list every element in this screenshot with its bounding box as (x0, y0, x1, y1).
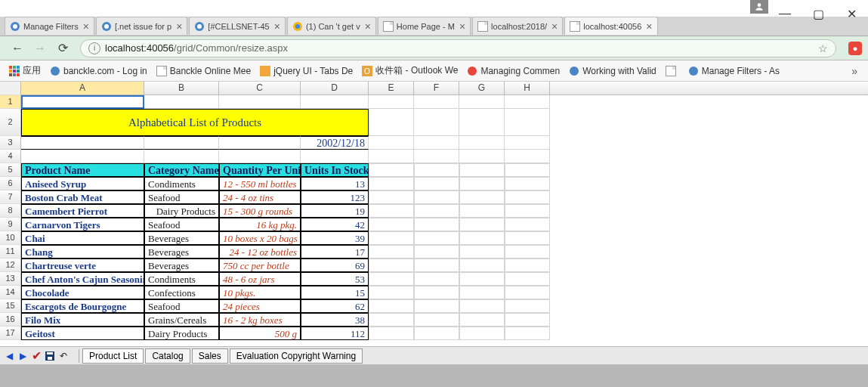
cell[interactable] (414, 163, 459, 177)
close-button[interactable]: ✕ (844, 6, 859, 21)
row-header-8[interactable]: 8 (0, 204, 21, 218)
cell[interactable] (505, 299, 550, 313)
cell[interactable] (301, 95, 369, 109)
cell[interactable] (369, 95, 414, 109)
cell[interactable]: 13 (301, 177, 369, 190)
row-header-14[interactable]: 14 (0, 286, 21, 299)
row-header-13[interactable]: 13 (0, 272, 21, 286)
select-all-corner[interactable] (0, 82, 21, 95)
header-cell[interactable]: Units In Stock (301, 163, 369, 177)
cell[interactable] (369, 177, 414, 190)
cell[interactable] (459, 109, 505, 136)
bookmark-file[interactable] (661, 66, 684, 76)
cell[interactable] (369, 204, 414, 218)
cell[interactable]: 750 cc per bottle (219, 259, 301, 272)
bookmark-manage-filters[interactable]: Manage Filters - As (684, 66, 784, 76)
cell[interactable] (505, 136, 550, 150)
cell[interactable] (414, 313, 459, 327)
cell[interactable]: Chartreuse verte (21, 259, 144, 272)
header-cell[interactable]: Quantity Per Uni (219, 163, 301, 177)
cell[interactable] (414, 109, 459, 136)
cell[interactable]: Seafood (144, 190, 219, 204)
cell[interactable]: Grains/Cereals (144, 313, 219, 327)
cell[interactable]: Dairy Products (144, 204, 219, 218)
cell[interactable]: Chef Anton's Cajun Seasoning (21, 272, 144, 286)
cell[interactable] (505, 95, 550, 109)
col-header-h[interactable]: H (505, 82, 550, 94)
sheet-tab-sales[interactable]: Sales (192, 348, 228, 364)
tab-manage-filters[interactable]: Manage Filters × (5, 17, 94, 35)
cell[interactable] (459, 327, 505, 340)
cell[interactable]: Escargots de Bourgogne (21, 299, 144, 313)
cell[interactable] (414, 136, 459, 150)
save-icon[interactable] (44, 350, 56, 362)
cell[interactable] (369, 259, 414, 272)
col-header-d[interactable]: D (301, 82, 369, 94)
cell[interactable] (505, 327, 550, 340)
row-header-17[interactable]: 17 (0, 327, 21, 340)
cell[interactable]: 123 (301, 190, 369, 204)
row-header-11[interactable]: 11 (0, 245, 21, 259)
row-header-6[interactable]: 6 (0, 177, 21, 190)
cell[interactable] (369, 136, 414, 150)
cell[interactable]: Chai (21, 231, 144, 245)
cell[interactable] (505, 245, 550, 259)
bookmark-working-valid[interactable]: Working with Valid (564, 66, 661, 76)
cell[interactable]: Filo Mix (21, 313, 144, 327)
col-header-f[interactable]: F (414, 82, 459, 94)
cell[interactable] (459, 313, 505, 327)
cell[interactable]: Boston Crab Meat (21, 190, 144, 204)
cell[interactable] (459, 204, 505, 218)
cell[interactable] (414, 218, 459, 231)
cell[interactable] (369, 286, 414, 299)
cell[interactable]: Aniseed Syrup (21, 177, 144, 190)
cell[interactable]: Confections (144, 286, 219, 299)
header-cell[interactable]: Product Name (21, 163, 144, 177)
cell[interactable] (414, 299, 459, 313)
bookmark-star-icon[interactable]: ☆ (818, 42, 828, 54)
cell[interactable]: 53 (301, 272, 369, 286)
cell[interactable] (414, 272, 459, 286)
cell[interactable] (414, 150, 459, 163)
cell[interactable] (369, 231, 414, 245)
close-icon[interactable]: × (274, 20, 280, 33)
cell[interactable]: Beverages (144, 245, 219, 259)
sheet-nav-next[interactable]: ▶ (17, 350, 29, 362)
row-header-12[interactable]: 12 (0, 259, 21, 272)
back-button[interactable]: ← (9, 40, 26, 57)
cell[interactable] (459, 177, 505, 190)
cell[interactable] (459, 190, 505, 204)
cell[interactable] (505, 286, 550, 299)
cell[interactable]: Chang (21, 245, 144, 259)
cell[interactable]: 500 g (219, 327, 301, 340)
url-field[interactable]: i localhost:40056/grid/Common/resize.asp… (80, 39, 836, 57)
cell[interactable] (369, 272, 414, 286)
cell[interactable] (505, 272, 550, 286)
cell[interactable] (459, 163, 505, 177)
cell[interactable] (505, 177, 550, 190)
cell[interactable] (369, 150, 414, 163)
cell[interactable]: 10 boxes x 20 bags (219, 231, 301, 245)
cell[interactable] (414, 177, 459, 190)
cell[interactable] (505, 259, 550, 272)
forward-button[interactable]: → (32, 40, 48, 57)
col-header-g[interactable]: G (459, 82, 505, 94)
user-profile-badge[interactable] (750, 0, 768, 14)
site-info-icon[interactable]: i (88, 42, 100, 54)
row-header-7[interactable]: 7 (0, 190, 21, 204)
cell[interactable] (459, 218, 505, 231)
cell[interactable]: 62 (301, 299, 369, 313)
undo-icon[interactable]: ↶ (57, 350, 70, 362)
cell[interactable] (505, 150, 550, 163)
row-header-10[interactable]: 10 (0, 231, 21, 245)
cell[interactable]: Chocolade (21, 286, 144, 299)
cell[interactable] (414, 327, 459, 340)
row-header-16[interactable]: 16 (0, 313, 21, 327)
cell[interactable]: 42 (301, 218, 369, 231)
cell[interactable]: 69 (301, 259, 369, 272)
cell[interactable] (459, 150, 505, 163)
cell[interactable] (414, 245, 459, 259)
cell[interactable]: 39 (301, 231, 369, 245)
col-header-b[interactable]: B (144, 82, 219, 94)
cell[interactable]: 16 kg pkg. (219, 218, 301, 231)
